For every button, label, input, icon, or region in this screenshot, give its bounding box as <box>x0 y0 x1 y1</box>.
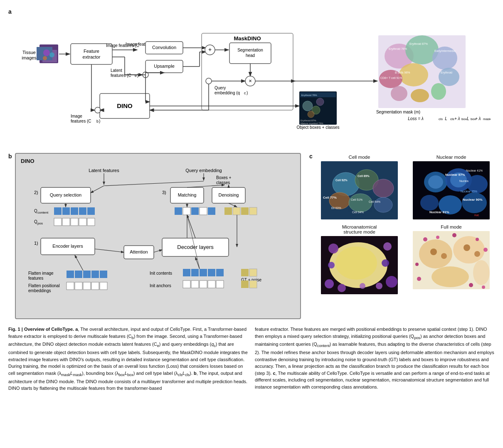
mode-cell: Cell mode <box>316 155 403 219</box>
svg-text:images: images <box>22 55 37 60</box>
svg-text:Query: Query <box>215 86 226 90</box>
svg-point-8 <box>43 56 47 60</box>
svg-point-222 <box>325 279 334 288</box>
svg-rect-170 <box>208 269 215 276</box>
svg-text:B cells 96%: B cells 96% <box>395 71 410 74</box>
svg-point-240 <box>482 286 485 289</box>
svg-text:): ) <box>247 91 248 95</box>
section-c: c Cell mode <box>309 153 495 319</box>
svg-text:Query selection: Query selection <box>50 192 81 197</box>
svg-text:Cell 77%: Cell 77% <box>323 196 337 199</box>
svg-text:Erythroid 87%: Erythroid 87% <box>301 119 316 122</box>
svg-text:L: L <box>467 116 469 121</box>
svg-point-223 <box>382 259 389 267</box>
mode-cell-label: Cell mode <box>349 155 370 160</box>
svg-point-187 <box>333 172 359 196</box>
svg-text:Nuclear 35%: Nuclear 35% <box>461 190 477 193</box>
svg-point-233 <box>423 237 427 241</box>
svg-rect-162 <box>83 282 91 290</box>
svg-line-129 <box>187 185 224 187</box>
svg-text:features (C: features (C <box>71 119 91 123</box>
svg-rect-135 <box>200 207 207 215</box>
svg-point-6 <box>43 49 50 56</box>
svg-text:features: features <box>28 276 43 281</box>
svg-point-60 <box>303 101 313 111</box>
svg-rect-171 <box>216 269 224 276</box>
svg-text:+ λ: + λ <box>454 116 460 121</box>
svg-point-245 <box>474 251 480 257</box>
svg-text:+: + <box>208 46 212 53</box>
svg-line-108 <box>91 186 104 193</box>
svg-text:Erythroid 76%: Erythroid 76% <box>389 47 407 51</box>
svg-rect-164 <box>100 282 107 290</box>
mode-cell-img: Cell 92% Cell 89% Cell 77% Cell 51% Cell… <box>321 161 398 219</box>
svg-rect-119 <box>62 218 70 226</box>
svg-rect-111 <box>54 207 62 215</box>
svg-rect-173 <box>183 281 190 288</box>
svg-rect-133 <box>183 207 190 215</box>
svg-rect-177 <box>216 281 224 288</box>
svg-text:Encoder layers: Encoder layers <box>52 244 83 249</box>
svg-text:DINO: DINO <box>117 102 133 109</box>
mode-micro-img <box>321 236 398 294</box>
svg-text:Cell 54%: Cell 54% <box>369 200 380 203</box>
svg-rect-169 <box>200 269 207 276</box>
svg-text:Feature: Feature <box>84 49 99 54</box>
svg-text:pos: pos <box>37 222 43 225</box>
svg-text:CD8+ T cell 91%: CD8+ T cell 91% <box>380 76 402 79</box>
section-c-label: c <box>309 153 313 160</box>
svg-text:Nuclear 81%: Nuclear 81% <box>429 210 449 214</box>
svg-text:2): 2) <box>34 190 38 195</box>
svg-point-231 <box>431 266 469 287</box>
svg-rect-160 <box>67 282 74 290</box>
section-bc: b DINO Latent features Query embedding <box>8 153 495 319</box>
tissue-images-text: Tissue <box>22 50 36 55</box>
svg-point-232 <box>473 260 490 285</box>
svg-rect-161 <box>75 282 82 290</box>
svg-text:Erythroid: Erythroid <box>441 71 452 74</box>
svg-text:Nuclear 97%: Nuclear 97% <box>445 173 465 177</box>
svg-rect-134 <box>191 207 199 215</box>
svg-point-204 <box>420 195 439 211</box>
svg-point-241 <box>469 283 473 287</box>
svg-rect-182 <box>249 281 257 288</box>
svg-rect-121 <box>79 218 86 226</box>
svg-point-239 <box>417 277 421 281</box>
svg-text:Upsample: Upsample <box>154 64 175 69</box>
svg-text:Mature myeloid 73%: Mature myeloid 73% <box>301 122 323 125</box>
svg-rect-155 <box>83 271 91 278</box>
svg-point-219 <box>328 244 338 254</box>
svg-text:cls: cls <box>450 117 454 121</box>
caption-col2: feature extractor. These features are me… <box>255 326 495 392</box>
mode-nuclear: Nuclear mode <box>408 155 495 219</box>
svg-point-225 <box>360 283 365 289</box>
svg-rect-153 <box>67 271 74 278</box>
caption-col1: Fig. 1 | Overview of CelloType. a, The o… <box>8 326 248 392</box>
svg-point-74 <box>411 89 429 102</box>
svg-rect-112 <box>62 207 70 215</box>
svg-text:cls: cls <box>439 117 443 121</box>
svg-point-75 <box>431 83 446 100</box>
svg-rect-167 <box>183 269 190 276</box>
svg-rect-181 <box>241 281 249 288</box>
caption-col1-text: a, The overall architecture, input and o… <box>8 327 248 391</box>
svg-rect-136 <box>208 207 215 215</box>
svg-rect-175 <box>200 281 207 288</box>
svg-text:b: b <box>96 119 99 123</box>
caption: Fig. 1 | Overview of CelloType. a, The o… <box>8 326 495 392</box>
circle-query <box>206 78 212 84</box>
svg-text:Cell 92%: Cell 92% <box>335 179 348 182</box>
svg-text:head: head <box>246 53 255 58</box>
svg-rect-114 <box>79 207 86 215</box>
svg-point-63 <box>316 98 324 106</box>
svg-point-235 <box>452 233 456 237</box>
svg-text:Erythroid 87%: Erythroid 87% <box>409 42 428 46</box>
svg-rect-179 <box>241 269 249 276</box>
svg-point-207 <box>428 175 443 189</box>
mode-nuclear-img: Nuclear 41% Nuclear 97% Nuclea Nuclear 3… <box>413 161 490 219</box>
svg-text:Denoising: Denoising <box>219 192 239 197</box>
svg-text:1): 1) <box>34 241 38 246</box>
svg-rect-139 <box>241 207 249 215</box>
section-b: b DINO Latent features Query embedding <box>8 153 301 319</box>
mode-micro: Microanatomicalstructure mode <box>316 224 403 294</box>
